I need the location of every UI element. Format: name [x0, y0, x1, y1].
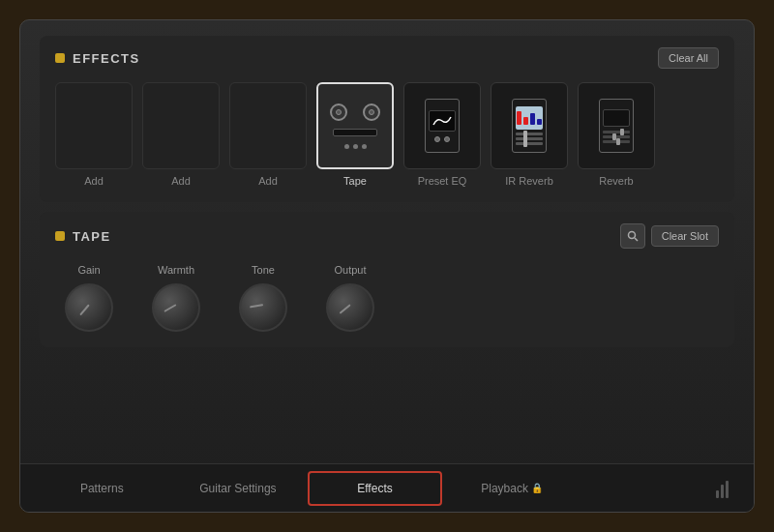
effects-header: EFFECTS Clear All: [55, 47, 719, 69]
tape-section: TAPE Clear Slot Gain: [40, 212, 734, 347]
slot-label-1: Add: [84, 175, 104, 187]
tab-effects[interactable]: Effects: [308, 471, 442, 506]
clear-slot-button[interactable]: Clear Slot: [651, 225, 719, 247]
tape-title-text: TAPE: [73, 229, 111, 244]
tab-guitar-settings[interactable]: Guitar Settings: [172, 471, 305, 506]
slot-label-reverb: Reverb: [599, 175, 633, 187]
preset-eq-icon: [425, 99, 460, 153]
reverb-icon: [599, 99, 634, 153]
slot-box-preq: [403, 82, 481, 169]
gain-knob[interactable]: [65, 283, 113, 332]
effect-slot-2[interactable]: Add: [142, 82, 220, 187]
slot-box-irr: [491, 82, 568, 169]
ir-reverb-icon: [512, 99, 547, 153]
slot-box-1: [55, 82, 133, 169]
slot-box-reverb: [578, 82, 655, 169]
clear-all-button[interactable]: Clear All: [658, 47, 719, 69]
output-label: Output: [334, 264, 366, 276]
slot-box-tape: [316, 82, 394, 169]
slot-label-tape: Tape: [343, 175, 367, 187]
tape-title: TAPE: [55, 229, 111, 244]
tone-knob-group: Tone: [239, 264, 287, 332]
effect-slot-preq[interactable]: Preset EQ: [403, 82, 481, 187]
tape-actions: Clear Slot: [620, 223, 719, 249]
effects-title: EFFECTS: [55, 51, 140, 66]
effect-slot-3[interactable]: Add: [229, 82, 307, 187]
lock-icon: 🔒: [531, 483, 543, 493]
tape-title-dot: [55, 231, 65, 241]
effect-slot-reverb[interactable]: Reverb: [578, 82, 655, 187]
effect-slot-tape[interactable]: Tape: [316, 82, 394, 187]
output-knob[interactable]: [326, 283, 374, 332]
tape-search-button[interactable]: [620, 223, 645, 249]
tape-icon: [330, 103, 380, 149]
slot-box-3: [229, 82, 307, 169]
level-meter-icon: [716, 479, 738, 498]
effects-title-text: EFFECTS: [73, 51, 140, 66]
tape-header: TAPE Clear Slot: [55, 223, 719, 249]
slot-label-3: Add: [258, 175, 278, 187]
tab-patterns[interactable]: Patterns: [36, 471, 168, 506]
tab-playback[interactable]: Playback 🔒: [446, 471, 579, 506]
slot-label-2: Add: [171, 175, 191, 187]
effects-slots: Add Add Add: [55, 82, 719, 187]
effect-slot-irr[interactable]: IR Reverb: [491, 82, 568, 187]
effect-slot-1[interactable]: Add: [55, 82, 133, 187]
tone-knob[interactable]: [239, 283, 287, 332]
tone-label: Tone: [252, 264, 275, 276]
effects-title-dot: [55, 53, 65, 63]
output-knob-group: Output: [326, 264, 374, 332]
knobs-row: Gain Warmth Tone Output: [55, 264, 719, 332]
warmth-knob[interactable]: [152, 283, 200, 332]
slot-label-irr: IR Reverb: [505, 175, 553, 187]
svg-line-1: [635, 238, 638, 241]
svg-point-0: [628, 232, 635, 239]
main-window: EFFECTS Clear All Add Add Add: [19, 19, 755, 513]
search-icon: [627, 230, 639, 242]
main-content: EFFECTS Clear All Add Add Add: [20, 20, 754, 463]
effects-section: EFFECTS Clear All Add Add Add: [40, 36, 734, 202]
gain-knob-group: Gain: [65, 264, 113, 332]
warmth-label: Warmth: [158, 264, 194, 276]
warmth-knob-group: Warmth: [152, 264, 200, 332]
slot-label-preq: Preset EQ: [418, 175, 467, 187]
slot-box-2: [142, 82, 220, 169]
gain-label: Gain: [77, 264, 100, 276]
tab-bar: Patterns Guitar Settings Effects Playbac…: [20, 463, 754, 512]
